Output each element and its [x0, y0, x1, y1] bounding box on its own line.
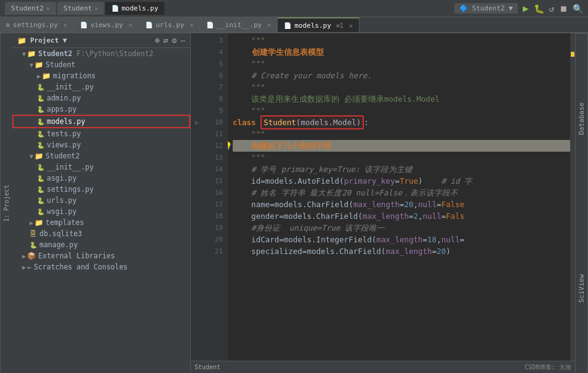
run-button[interactable]: ▶	[523, 2, 529, 14]
py-file-icon: 🐍	[37, 197, 44, 204]
tree-file-init1[interactable]: 🐍 __init__.py	[12, 81, 190, 92]
code-line-11: """	[233, 128, 570, 140]
gutter-5	[191, 58, 203, 70]
class-highlight-box: Student(models.Model)	[260, 115, 364, 129]
tree-icon-settings[interactable]: ⚙	[172, 36, 177, 45]
tree-file-admin[interactable]: 🐍 admin.py	[12, 92, 190, 104]
code-area: ▷ 3 4 5 6 7 8	[191, 33, 575, 361]
watermark: CSDN博客: 大海	[525, 363, 571, 372]
tab-models[interactable]: 📄 models.py ≡1 ✕	[278, 17, 360, 32]
title-tab-student[interactable]: Student ✕	[57, 2, 104, 15]
urls-icon: 📄	[145, 22, 153, 28]
project-tree: 📁 Project ▼ ⊕ ⇄ ⚙ — ▼ 📁 Student2 F:\Pyth…	[12, 33, 191, 373]
py-file-icon: 🐍	[37, 118, 44, 125]
tree-file-asgi[interactable]: 🐍 asgi.py	[12, 173, 190, 184]
main-content: 1: Project 📁 Project ▼ ⊕ ⇄ ⚙ — ▼ 📁 Stude…	[0, 33, 588, 373]
tree-folder-migrations[interactable]: ▶ 📁 migrations	[12, 70, 190, 81]
tree-file-apps[interactable]: 🐍 apps.py	[12, 104, 190, 115]
title-bar-right: 🔷 Student2 ▼ ▶ 🐛 ↺ ⏹ 🔍	[454, 2, 583, 14]
tab-init[interactable]: 📄 __init__.py ✕	[200, 17, 278, 32]
tree-file-settings[interactable]: 🐍 settings.py	[12, 184, 190, 195]
right-tab-database[interactable]: Database	[576, 33, 588, 203]
code-line-7: """	[233, 81, 570, 93]
tree-file-manage[interactable]: 🐍 manage.py	[12, 239, 190, 250]
stop-button[interactable]: ⏹	[559, 4, 568, 14]
tree-icon-minus[interactable]: —	[180, 36, 185, 45]
tab-urls[interactable]: 📄 urls.py ✕	[139, 17, 200, 32]
project-selector[interactable]: 🔷 Student2 ▼	[454, 3, 518, 14]
student2-folder-icon: 📁	[34, 152, 43, 160]
lightbulb-icon[interactable]: 💡	[228, 140, 233, 152]
tree-folder-student2-inner[interactable]: ▼ 📁 Student2	[12, 150, 190, 162]
py-file-icon: 🐍	[30, 242, 37, 248]
gutter-4	[191, 46, 203, 58]
gutter-19	[191, 222, 203, 234]
title-tab-models[interactable]: 📄 models.py	[105, 2, 164, 15]
tree-icon-add[interactable]: ⊕	[155, 36, 160, 45]
folder-icon: 📁	[17, 36, 26, 45]
tree-scratches[interactable]: ▶ ✏ Scratches and Consoles	[12, 261, 190, 273]
right-side-panel: Database SciView	[575, 33, 588, 373]
code-line-14: # 学号 primary_key=True: 该字段为主键	[233, 163, 570, 175]
code-editor[interactable]: ▷ 3 4 5 6 7 8	[191, 33, 575, 373]
search-button[interactable]: 🔍	[573, 4, 583, 14]
py-file-icon: 🐍	[37, 106, 44, 113]
right-tab-sciview[interactable]: SciView	[576, 203, 588, 373]
tree-file-models[interactable]: 🐍 models.py	[12, 115, 190, 128]
py-file-icon: 🐍	[37, 208, 44, 215]
tree-external-libs[interactable]: ▶ 📦 External Libraries	[12, 250, 190, 261]
title-tab-student2[interactable]: Student2 ✕	[5, 2, 56, 15]
tree-folder-templates[interactable]: ▶ 📁 templates	[12, 217, 190, 228]
gutter-13	[191, 152, 203, 163]
gutter-7	[191, 81, 203, 93]
code-line-18: gender=models.CharField(max_length=2,nul…	[233, 210, 570, 222]
code-line-21: specialized=models.CharField(max_length=…	[233, 245, 570, 257]
tree-file-urls[interactable]: 🐍 urls.py	[12, 195, 190, 206]
code-line-17: name=models.CharField(max_length=20,null…	[233, 199, 570, 210]
code-line-15: id=models.AutoField(primary_key=True) # …	[233, 175, 570, 187]
gutter-20	[191, 234, 203, 245]
code-line-16: # 姓名 字符串 最大长度20 null=False，表示该字段不	[233, 187, 570, 199]
editor-tab-bar: ⚙ settings.py ✕ 📄 views.py ✕ 📄 urls.py ✕…	[0, 17, 588, 33]
gutter-9	[191, 105, 203, 117]
tree-file-sqlite[interactable]: 🗄 db.sqlite3	[12, 228, 190, 239]
models-tab-icon: 📄	[284, 22, 291, 29]
gutter-6	[191, 70, 203, 81]
code-line-20: idCard=models.IntegerField(max_length=18…	[233, 234, 570, 245]
rerun-button[interactable]: ↺	[549, 4, 554, 14]
tab-views[interactable]: 📄 views.py ✕	[74, 17, 139, 32]
tree-file-wsgi[interactable]: 🐍 wsgi.py	[12, 206, 190, 217]
fold-arrow-10[interactable]: ▷	[195, 119, 199, 126]
external-icon: 📦	[27, 252, 36, 260]
code-content[interactable]: """ 创建学生信息表模型 """ # Create your models h…	[228, 33, 570, 361]
models-icon: 📄	[111, 5, 119, 12]
debug-button[interactable]: 🐛	[534, 4, 544, 14]
py-file-icon: 🐍	[37, 131, 44, 137]
tree-file-init2[interactable]: 🐍 __init__.py	[12, 162, 190, 173]
templates-folder-icon: 📁	[34, 218, 43, 227]
scroll-mark	[571, 52, 574, 57]
tree-body: ▼ 📁 Student2 F:\Python\Student2 ▼ 📁 Stud…	[12, 48, 190, 373]
py-file-icon: 🐍	[37, 175, 44, 182]
gutter-15	[191, 175, 203, 187]
gutter-21	[191, 245, 203, 257]
tree-file-tests[interactable]: 🐍 tests.py	[12, 128, 190, 139]
code-line-4: 创建学生信息表模型	[233, 46, 570, 58]
tab-settings[interactable]: ⚙ settings.py ✕	[0, 17, 74, 32]
student-folder-icon: 📁	[34, 60, 43, 69]
migrations-folder-icon: 📁	[42, 72, 50, 80]
tree-folder-student[interactable]: ▼ 📁 Student	[12, 59, 190, 70]
tree-file-views[interactable]: 🐍 views.py	[12, 139, 190, 150]
db-icon: 🗄	[30, 229, 37, 238]
scroll-marker-bar	[570, 33, 575, 361]
code-line-8: 该类是用来生成数据库的 必须要继承models.Model	[233, 93, 570, 105]
code-line-6: # Create your models here.	[233, 70, 570, 81]
tree-root-student2[interactable]: ▼ 📁 Student2 F:\Python\Student2	[12, 48, 190, 59]
folder-icon: 📁	[27, 49, 36, 58]
code-line-12: 💡 创建如下几个表的字段	[233, 140, 570, 152]
code-line-10: class Student(models.Model):	[233, 117, 570, 128]
tree-icon-sync[interactable]: ⇄	[164, 36, 169, 45]
gutter-12	[191, 140, 203, 152]
gutter-14	[191, 163, 203, 175]
gutter-11	[191, 128, 203, 140]
